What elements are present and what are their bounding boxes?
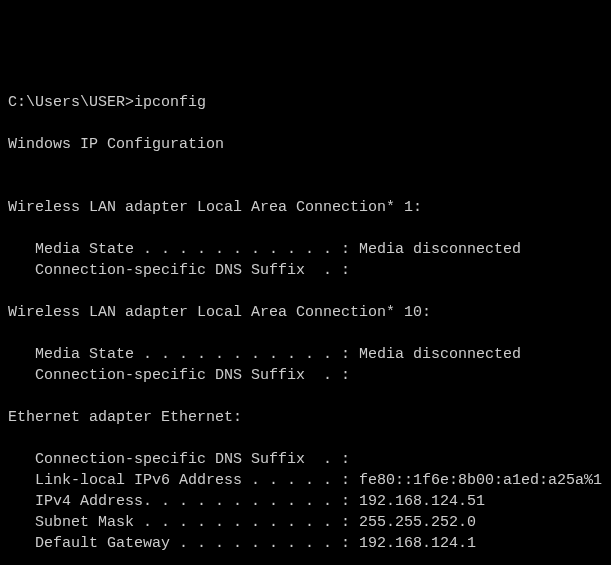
adapter-line: Subnet Mask . . . . . . . . . . . : 255.…: [8, 514, 476, 531]
terminal-output: C:\Users\USER>ipconfig Windows IP Config…: [8, 92, 603, 565]
adapter-line: Connection-specific DNS Suffix . :: [8, 367, 350, 384]
adapter-line: Media State . . . . . . . . . . . : Medi…: [8, 241, 521, 258]
config-header: Windows IP Configuration: [8, 136, 224, 153]
adapter-line: Media State . . . . . . . . . . . : Medi…: [8, 346, 521, 363]
adapter-line: Default Gateway . . . . . . . . . : 192.…: [8, 535, 476, 552]
adapter-title: Ethernet adapter Ethernet:: [8, 409, 242, 426]
adapter-line: IPv4 Address. . . . . . . . . . . : 192.…: [8, 493, 485, 510]
adapter-line: Link-local IPv6 Address . . . . . : fe80…: [8, 472, 603, 489]
adapter-line: Connection-specific DNS Suffix . :: [8, 262, 350, 279]
adapter-title: Wireless LAN adapter Local Area Connecti…: [8, 304, 431, 321]
command: ipconfig: [134, 94, 206, 111]
prompt: C:\Users\USER>: [8, 94, 134, 111]
adapter-title: Wireless LAN adapter Local Area Connecti…: [8, 199, 422, 216]
adapter-line: Connection-specific DNS Suffix . :: [8, 451, 350, 468]
